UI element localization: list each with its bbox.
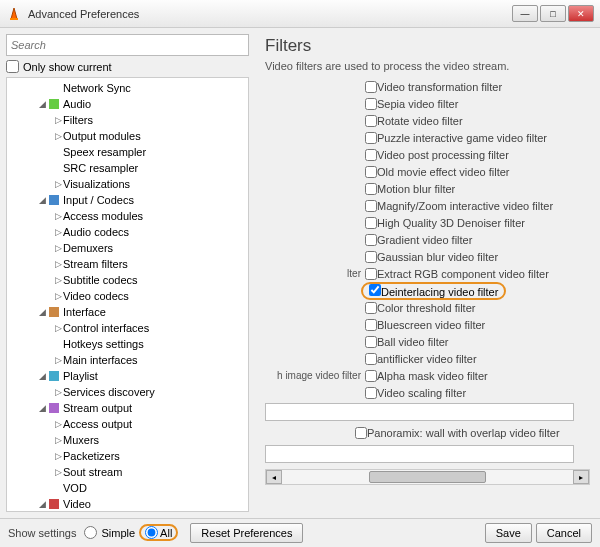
tree-item[interactable]: ◢Playlist xyxy=(9,368,246,384)
filter-checkbox[interactable] xyxy=(365,115,377,127)
filter-checkbox[interactable] xyxy=(365,370,377,382)
svg-rect-4 xyxy=(49,307,59,317)
scroll-track[interactable] xyxy=(282,470,573,484)
filter-label: Video transformation filter xyxy=(377,81,502,93)
filter-label: Gradient video filter xyxy=(377,234,472,246)
tree-item-label: Services discovery xyxy=(63,386,155,398)
filter-checkbox[interactable] xyxy=(369,284,381,296)
filter-checkbox[interactable] xyxy=(365,132,377,144)
filter-checkbox[interactable] xyxy=(365,98,377,110)
tree-item[interactable]: Network Sync xyxy=(9,80,246,96)
tree-twisty-icon: ▷ xyxy=(53,275,63,285)
tree-twisty-icon: ◢ xyxy=(37,307,47,317)
tree-item[interactable]: ▷Packetizers xyxy=(9,448,246,464)
tree-item[interactable]: ▷Access modules xyxy=(9,208,246,224)
tree-twisty-icon: ▷ xyxy=(53,435,63,445)
tree-twisty-icon: ◢ xyxy=(37,499,47,509)
tree-item[interactable]: ◢Audio xyxy=(9,96,246,112)
tree-twisty-icon: ◢ xyxy=(37,99,47,109)
filter-row: Video post processing filter xyxy=(265,146,590,163)
tree-item[interactable]: ◢Input / Codecs xyxy=(9,192,246,208)
tree-item[interactable]: VOD xyxy=(9,480,246,496)
filter-checkbox[interactable] xyxy=(365,319,377,331)
only-show-current-checkbox[interactable] xyxy=(6,60,19,73)
maximize-button[interactable]: □ xyxy=(540,5,566,22)
panoramix-checkbox[interactable] xyxy=(355,427,367,439)
cancel-button[interactable]: Cancel xyxy=(536,523,592,543)
filter-checkbox[interactable] xyxy=(365,149,377,161)
filter-checkbox[interactable] xyxy=(365,200,377,212)
filter-row: Color threshold filter xyxy=(265,299,590,316)
scroll-right-button[interactable]: ▸ xyxy=(573,470,589,484)
tree-twisty-icon: ◢ xyxy=(37,195,47,205)
tree-item[interactable]: ▷Main interfaces xyxy=(9,352,246,368)
search-input[interactable] xyxy=(6,34,249,56)
filter-checkbox[interactable] xyxy=(365,217,377,229)
show-settings-label: Show settings xyxy=(8,527,76,539)
minimize-button[interactable]: — xyxy=(512,5,538,22)
tree-item[interactable]: ▷Control interfaces xyxy=(9,320,246,336)
tree-twisty-icon: ▷ xyxy=(53,467,63,477)
tree-item-label: SRC resampler xyxy=(63,162,138,174)
tree-item[interactable]: ▷Video codecs xyxy=(9,288,246,304)
tree-item[interactable]: ◢Interface xyxy=(9,304,246,320)
filter-checkbox[interactable] xyxy=(365,353,377,365)
filter-checkbox[interactable] xyxy=(365,234,377,246)
tree-twisty-icon: ▷ xyxy=(53,259,63,269)
tree-item[interactable]: Speex resampler xyxy=(9,144,246,160)
filter-checkbox[interactable] xyxy=(365,81,377,93)
footer: Show settings Simple All Reset Preferenc… xyxy=(0,518,600,546)
filter-checkbox[interactable] xyxy=(365,387,377,399)
tree-item[interactable]: ▷Access output xyxy=(9,416,246,432)
tree-item-label: Main interfaces xyxy=(63,354,138,366)
tree-item-label: Video xyxy=(63,498,91,510)
filter-label: Color threshold filter xyxy=(377,302,475,314)
tree-view[interactable]: Network Sync◢Audio▷Filters▷Output module… xyxy=(6,77,249,512)
tree-item[interactable]: ▷Stream filters xyxy=(9,256,246,272)
tree-item[interactable]: ▷Sout stream xyxy=(9,464,246,480)
tree-item-label: Control interfaces xyxy=(63,322,149,334)
filter-row: Gaussian blur video filter xyxy=(265,248,590,265)
tree-item-label: Access output xyxy=(63,418,132,430)
tree-item[interactable]: ▷Visualizations xyxy=(9,176,246,192)
tree-item[interactable]: ▷Subtitle codecs xyxy=(9,272,246,288)
tree-item-label: Audio codecs xyxy=(63,226,129,238)
filter-label: Rotate video filter xyxy=(377,115,463,127)
tree-item[interactable]: ◢Stream output xyxy=(9,400,246,416)
tree-item[interactable]: Hotkeys settings xyxy=(9,336,246,352)
tree-item[interactable]: ▷Output modules xyxy=(9,128,246,144)
tree-item-label: Playlist xyxy=(63,370,98,382)
scroll-thumb[interactable] xyxy=(369,471,485,483)
tree-item[interactable]: ▷Muxers xyxy=(9,432,246,448)
close-button[interactable]: ✕ xyxy=(568,5,594,22)
filter-checkbox[interactable] xyxy=(365,166,377,178)
reset-preferences-button[interactable]: Reset Preferences xyxy=(190,523,303,543)
tree-item[interactable]: ▷Services discovery xyxy=(9,384,246,400)
filter-row: Deinterlacing video filter xyxy=(265,282,590,299)
filter-textbox-2[interactable] xyxy=(265,445,574,463)
filter-checkbox[interactable] xyxy=(365,302,377,314)
scroll-left-button[interactable]: ◂ xyxy=(266,470,282,484)
tree-item[interactable]: ◢Video xyxy=(9,496,246,512)
tree-twisty-icon: ▷ xyxy=(53,387,63,397)
save-button[interactable]: Save xyxy=(485,523,532,543)
all-radio[interactable] xyxy=(145,526,158,539)
filter-checkbox[interactable] xyxy=(365,183,377,195)
tree-item-label: Video codecs xyxy=(63,290,129,302)
filter-checkbox[interactable] xyxy=(365,251,377,263)
tree-item[interactable]: SRC resampler xyxy=(9,160,246,176)
filter-label: Alpha mask video filter xyxy=(377,370,488,382)
simple-radio[interactable] xyxy=(84,526,97,539)
horizontal-scrollbar[interactable]: ◂ ▸ xyxy=(265,469,590,485)
filter-checkbox[interactable] xyxy=(365,268,377,280)
tree-item[interactable]: ▷Demuxers xyxy=(9,240,246,256)
filter-checkbox[interactable] xyxy=(365,336,377,348)
filter-label: Video scaling filter xyxy=(377,387,466,399)
audio-icon xyxy=(47,97,61,111)
tree-item[interactable]: ▷Filters xyxy=(9,112,246,128)
filter-textbox-1[interactable] xyxy=(265,403,574,421)
tree-twisty-icon: ◢ xyxy=(37,371,47,381)
filter-row: antiflicker video filter xyxy=(265,350,590,367)
tree-item[interactable]: ▷Audio codecs xyxy=(9,224,246,240)
tree-item-label: Packetizers xyxy=(63,450,120,462)
